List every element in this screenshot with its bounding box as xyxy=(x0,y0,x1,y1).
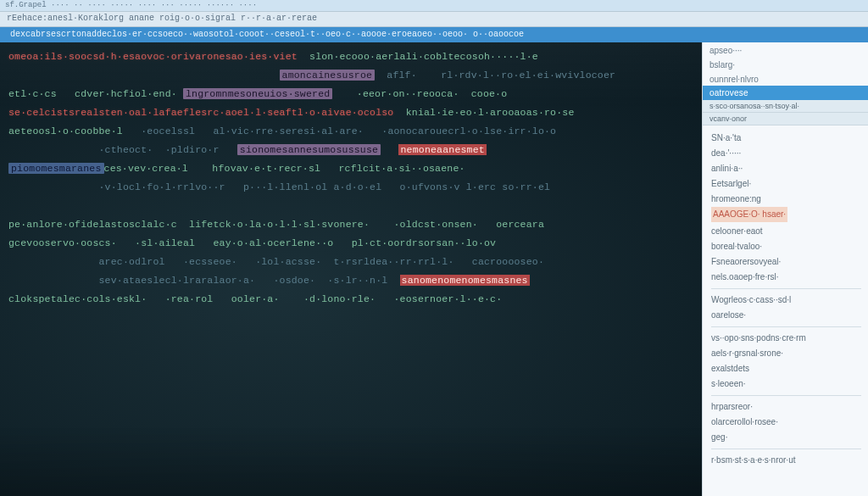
code-line[interactable]: pe·anlore·ofidelastosclalc·c lifetck·o·l… xyxy=(8,215,693,234)
sidebar-item[interactable]: s·leoeen· xyxy=(711,376,861,392)
sidebar-item[interactable]: nels.oaoep·fre·rsl· xyxy=(711,270,861,285)
sidebar-list: SN·a·'tadea·'·····anlini·a··Eetsarlgel·h… xyxy=(703,125,868,496)
inspector-sidebar: apseo···· bslarg· ounnrel·nlvro oatroves… xyxy=(702,42,868,496)
code-line[interactable]: sev·ataeslecl·lraralaor·a· ·osdoe· ·s·lr… xyxy=(8,271,693,290)
code-token: ·eocelssl al·vic·rre·seresi·al·are· ·aon… xyxy=(141,125,556,137)
code-editor[interactable]: omeoa:ils·soocsd·h·esaovoc·orivaronesao·… xyxy=(0,42,702,496)
code-line[interactable] xyxy=(8,197,693,215)
code-token: arec·odlrol ·ecsseoe· ·lol·acsse· t·rsrl… xyxy=(8,256,544,267)
code-token: pe·anlore·ofidelastosclalc·c lifetck·o·l… xyxy=(8,219,544,230)
window-titlebar: sf.Grapel ···· ·· ···· ····· ···· ··· ··… xyxy=(0,0,868,12)
sidebar-divider xyxy=(711,395,861,396)
code-token xyxy=(298,51,309,62)
main-split: omeoa:ils·soocsd·h·esaovoc·orivaronesao·… xyxy=(0,42,868,496)
sidebar-divider xyxy=(711,449,861,449)
sidebar-section-header[interactable]: oatrovese xyxy=(703,86,868,100)
code-token: knial·ie·eo·l·arooaoas·ro·se xyxy=(393,107,574,118)
sidebar-item[interactable]: SN·a·'ta xyxy=(711,131,861,146)
code-token xyxy=(381,144,398,155)
code-token: sev·ataeslecl·lraralaor·a· ·osdoe· ·s·lr… xyxy=(8,275,400,286)
code-token: aflf· rl·rdv·l··ro·el·ei·wvivlocoer xyxy=(375,70,615,81)
sidebar-item[interactable]: exalstdets xyxy=(711,361,861,376)
sidebar-item[interactable]: olarcerollol·rosee· xyxy=(711,415,861,430)
code-line[interactable]: se·celcistsrealsten·oal·lafaeflesrc·aoel… xyxy=(8,103,693,122)
sidebar-item-highlight[interactable]: AAAOGE·O· hsaer· xyxy=(711,207,787,222)
code-token: slon·ecooo·aerlali·cobltecosoh·····l·e xyxy=(309,51,538,62)
sidebar-item[interactable]: dea·'····· xyxy=(711,146,861,161)
code-token: etl·c·cs cdver·hcfiol·end· xyxy=(8,88,183,99)
sidebar-group-title: vcanv·onor xyxy=(703,113,868,125)
code-token: sionomesannesumosussuse xyxy=(237,144,381,155)
code-line[interactable]: arec·odlrol ·ecsseoe· ·lol·acsse· t·rsrl… xyxy=(8,253,693,271)
sidebar-item[interactable]: boreal·tvaloo· xyxy=(711,239,861,254)
tab-strip[interactable]: rEehace:anesl·Koraklorg anane roig·o·o·s… xyxy=(0,12,868,27)
code-token: nemoneaanesmet xyxy=(398,144,486,155)
sidebar-item[interactable]: Fsneaorersovyeal· xyxy=(711,254,861,270)
sidebar-top-link[interactable]: bslarg· xyxy=(703,57,868,71)
code-line[interactable]: clokspetalec·cols·eskl· ·rea·rol ooler·a… xyxy=(8,290,693,309)
code-token: ces·vev·crea·l hfovav·e·t·recr·sl rcflci… xyxy=(104,163,465,174)
sidebar-item[interactable]: Wogrleos·c·cass··sd·l xyxy=(711,293,861,308)
code-line[interactable]: ·ctheoct· ·pldiro·r sionomesannesumosuss… xyxy=(8,141,693,159)
code-line[interactable]: aeteoosl·o·coobbe·l ·eocelssl al·vic·rre… xyxy=(8,122,693,141)
code-token: ·v·locl·fo·l·rrlvo··r p···l·llenl·ol a·d… xyxy=(8,181,550,192)
sidebar-item[interactable]: hrparsreor· xyxy=(711,399,861,415)
sidebar-item[interactable]: anlini·a·· xyxy=(711,161,861,176)
code-line[interactable]: omeoa:ils·soocsd·h·esaovoc·orivaronesao·… xyxy=(8,47,693,66)
sidebar-item[interactable]: geg· xyxy=(711,430,861,445)
sidebar-item[interactable]: aels·r·grsnal·srone· xyxy=(711,346,861,361)
code-line[interactable]: amoncainesusroe aflf· rl·rdv·l··ro·el·ei… xyxy=(8,66,693,85)
code-token: se·celcistsrealsten·oal·lafaeflesrc·aoel… xyxy=(8,107,393,118)
sidebar-item[interactable]: Eetsarlgel· xyxy=(711,176,861,192)
sidebar-item[interactable]: vs··opo·sns·podns·cre·rm xyxy=(711,331,861,346)
code-token: aeteoosl·o·coobbe·l xyxy=(8,125,141,137)
code-token: piomomesmaranes xyxy=(8,163,104,174)
code-token: ·ctheoct· ·pldiro·r xyxy=(8,144,237,155)
sidebar-item[interactable]: hromeone:ng xyxy=(711,192,861,207)
code-line[interactable]: gcevooservo·ooscs· ·sl·aileal eay·o·al·o… xyxy=(8,234,693,253)
sidebar-item[interactable]: r·bsm·st·s·a·e·s·nror·ut xyxy=(711,453,861,468)
code-token: clokspetalec·cols·eskl· ·rea·rol ooler·a… xyxy=(8,293,502,304)
code-token: omeoa:ils·soocsd·h·esaovoc·orivaronesao·… xyxy=(8,51,298,62)
code-token xyxy=(8,70,280,81)
code-token: ·eeor·on··reooca· cooe·o xyxy=(332,88,525,99)
code-token: sanomenomenomesmasnes xyxy=(400,275,530,286)
sidebar-divider xyxy=(711,326,861,327)
sidebar-top-link[interactable]: apseo···· xyxy=(703,42,868,57)
code-token: lngromnmesoneuios·swered xyxy=(183,88,332,99)
status-strip: dexcabrsescrtonaddeclos·er·ccsoeco··waos… xyxy=(0,27,868,42)
code-line[interactable]: etl·c·cs cdver·hcfiol·end· lngromnmesone… xyxy=(8,85,693,103)
code-line[interactable]: piomomesmaranesces·vev·crea·l hfovav·e·t… xyxy=(8,159,693,178)
sidebar-item[interactable]: celooner·eaot xyxy=(711,224,861,239)
code-token: gcevooservo·ooscs· ·sl·aileal eay·o·al·o… xyxy=(8,237,496,248)
code-line[interactable]: ·v·locl·fo·l·rrlvo··r p···l·llenl·ol a·d… xyxy=(8,178,693,197)
code-token: amoncainesusroe xyxy=(280,70,376,81)
sidebar-subheader: s·sco·orsanosa··sn·tsoy·al· xyxy=(703,100,868,113)
sidebar-divider xyxy=(711,288,861,289)
sidebar-item[interactable]: oarelose· xyxy=(711,308,861,323)
sidebar-top-link[interactable]: ounnrel·nlvro xyxy=(703,71,868,86)
